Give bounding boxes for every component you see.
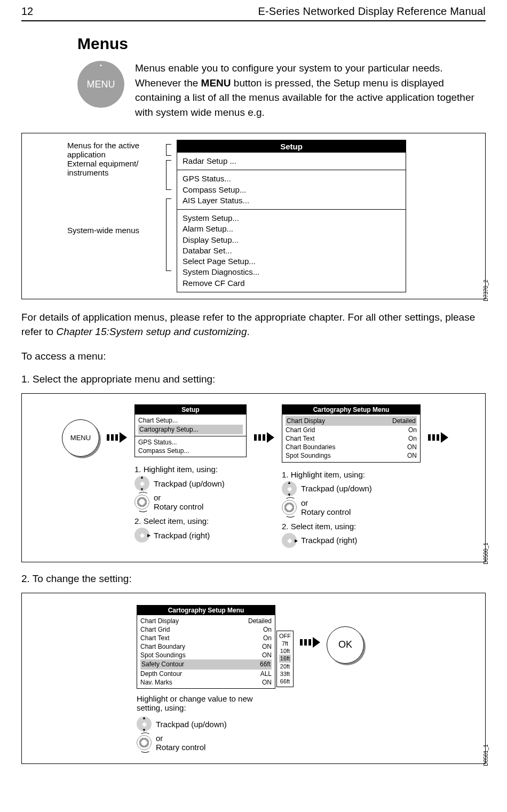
- rotary-icon: [137, 735, 152, 750]
- setup-panel: Setup Radar Setup ... GPS Status... Comp…: [177, 140, 406, 292]
- trackpad-icon: ▶: [282, 533, 297, 548]
- menu-button-illustration: MENU: [77, 61, 124, 108]
- trackpad-icon: ▲▼: [134, 476, 149, 491]
- options-popup: OFF 7ft 10ft 16ft 20ft 33ft 66ft: [276, 631, 294, 687]
- trackpad-icon: ▶: [134, 528, 149, 543]
- change-setting-figure: D8501_1 Cartography Setup Menu Chart Dis…: [21, 593, 486, 765]
- menu-item: Databar Set...: [183, 245, 400, 256]
- access-heading: To access a menu:: [21, 349, 486, 364]
- menu-item: Compass Setup...: [183, 185, 400, 195]
- rotary-icon: [282, 500, 297, 515]
- instr-text: Trackpad (up/down): [301, 484, 372, 493]
- menu-item: Radar Setup ...: [183, 156, 400, 166]
- menu-button-label: MENU: [87, 79, 115, 90]
- instr-heading: 1. Highlight item, using:: [282, 470, 421, 479]
- menu-item: AIS Layer Status...: [183, 195, 400, 206]
- setup-mini-panel: Setup Chart Setup... Cartography Setup..…: [134, 404, 247, 458]
- trackpad-icon: ▲▼: [137, 717, 152, 731]
- menu-button-small: MENU: [62, 419, 99, 457]
- instr-text: Highlight or change value to new setting…: [137, 694, 270, 712]
- menu-item: Alarm Setup...: [183, 224, 400, 234]
- arrow-icon: [254, 432, 274, 443]
- cartography-mini-panel: Cartography Setup Menu Chart DisplayDeta…: [282, 404, 421, 463]
- instr-heading: 2. Select item, using:: [134, 516, 247, 526]
- menu-item: GPS Status...: [183, 173, 400, 184]
- menu-item: Select Page Setup...: [183, 256, 400, 267]
- instr-text: Trackpad (right): [154, 531, 210, 540]
- setup-menu-figure: D7370_2 Menus for the active application…: [21, 133, 486, 299]
- step-1: 1. Select the appropriate menu and setti…: [21, 373, 486, 385]
- instr-text: Trackpad (up/down): [154, 479, 225, 488]
- mini-panel-title: Setup: [135, 405, 246, 415]
- menu-item: System Setup...: [183, 213, 400, 224]
- instr-heading: 2. Select item, using:: [282, 522, 421, 531]
- intro-paragraph: Menus enable you to configure your syste…: [135, 61, 486, 120]
- mini-panel-title: Cartography Setup Menu: [137, 606, 275, 615]
- trackpad-icon: ▲▼: [282, 481, 297, 496]
- arrow-icon: [107, 432, 127, 443]
- figure-id: D8501_1: [483, 744, 489, 766]
- label-active-app: Menus for the active application: [67, 140, 163, 159]
- cartography-panel-3: Cartography Setup Menu Chart DisplayDeta…: [137, 605, 275, 689]
- menu-item: Chart Setup...: [138, 416, 243, 425]
- menu-item: System Diagnostics...: [183, 267, 400, 277]
- instr-heading: 1. Highlight item, using:: [134, 465, 247, 474]
- ok-button-illustration: OK: [327, 626, 364, 664]
- page-number: 12: [21, 5, 33, 18]
- step-2: 2. To change the setting:: [21, 573, 486, 585]
- page-header: 12 E-Series Networked Display Reference …: [21, 0, 486, 21]
- body-para: For details of application menus, please…: [21, 310, 486, 339]
- mini-panel-title: Cartography Setup Menu: [282, 405, 420, 415]
- figure-id: D7370_2: [483, 280, 489, 301]
- menu-item: Compass Setup...: [138, 447, 243, 455]
- document-title: E-Series Networked Display Reference Man…: [258, 5, 486, 18]
- menu-item-highlighted: Cartography Setup...: [138, 425, 243, 434]
- label-system-wide: System-wide menus: [67, 196, 163, 235]
- menu-item: GPS Status...: [138, 438, 243, 447]
- figure-id: D8500_1: [483, 543, 489, 564]
- menu-item: Display Setup...: [183, 235, 400, 245]
- label-external: External equipment/ instruments: [67, 158, 163, 177]
- rotary-icon: [134, 495, 149, 510]
- menu-item: Remove CF Card: [183, 278, 400, 289]
- select-menu-figure: D8500_1 MENU Setup Chart Setup... Cartog…: [21, 393, 486, 562]
- setup-panel-title: Setup: [177, 140, 406, 153]
- section-title: Menus: [77, 35, 486, 53]
- arrow-icon: [428, 432, 448, 443]
- instr-text: Trackpad (right): [301, 536, 357, 545]
- arrow-icon: [300, 637, 320, 648]
